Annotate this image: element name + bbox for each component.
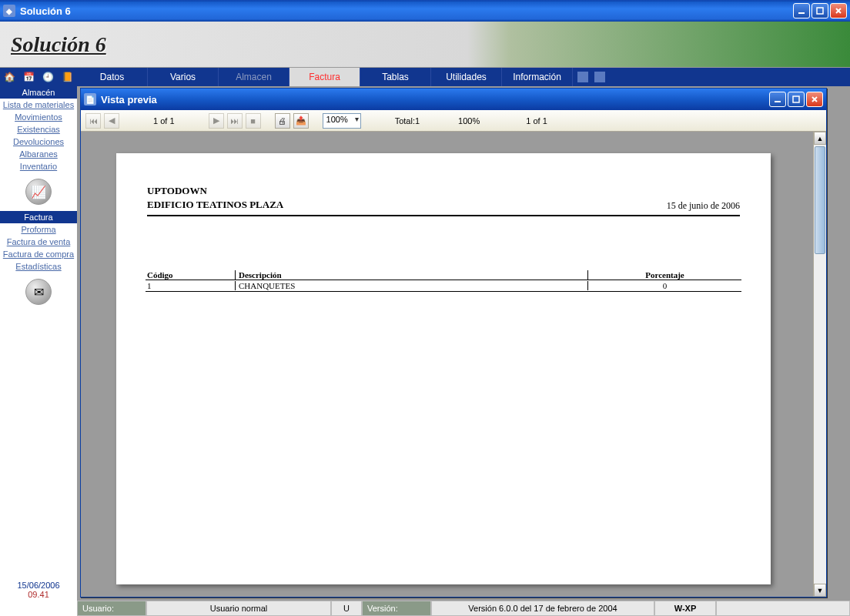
nav-tray-icons bbox=[573, 68, 610, 86]
svg-rect-0 bbox=[798, 12, 805, 14]
col-header-porcentaje: Porcentaje bbox=[587, 270, 741, 280]
table-row: 1 CHANQUETES 0 bbox=[146, 280, 741, 292]
tray-icon-2[interactable] bbox=[594, 72, 605, 82]
first-page-button[interactable]: ⏮ bbox=[85, 113, 101, 129]
sidebar-head-factura: Factura bbox=[0, 211, 77, 223]
app-title: Solución 6 bbox=[20, 5, 791, 17]
prev-page-button[interactable]: ◀ bbox=[104, 113, 119, 129]
sidebar-link-movimientos[interactable]: Movimientos bbox=[0, 111, 77, 123]
scroll-up-button[interactable]: ▲ bbox=[814, 132, 826, 145]
preview-window-icon: 📄 bbox=[84, 93, 96, 105]
svg-rect-2 bbox=[775, 101, 781, 102]
scroll-thumb[interactable] bbox=[815, 146, 825, 254]
stop-button[interactable]: ■ bbox=[246, 113, 261, 129]
calendar-icon[interactable]: 📅 bbox=[23, 71, 35, 83]
app-icon: ◆ bbox=[3, 5, 15, 17]
sidebar-link-factura-venta[interactable]: Factura de venta bbox=[0, 236, 77, 248]
status-os: W-XP bbox=[654, 601, 716, 616]
print-button[interactable]: 🖨 bbox=[275, 113, 290, 129]
nav-utilidades[interactable]: Utilidades bbox=[431, 68, 502, 86]
cell-codigo: 1 bbox=[146, 281, 235, 290]
preview-title: Vista previa bbox=[101, 94, 768, 105]
document-page: UPTODOWN EDIFICIO TEATINOS PLAZA 15 de j… bbox=[116, 153, 771, 584]
vertical-scrollbar[interactable]: ▲ ▼ bbox=[813, 132, 826, 597]
main-menu: 🏠 📅 🕘 📙 Datos Varios Almacen Factura Tab… bbox=[0, 68, 850, 86]
tray-icon-1[interactable] bbox=[577, 72, 588, 82]
workspace: 📄 Vista previa ⏮ ◀ 1 of 1 ▶ ⏭ ■ 🖨 📤 100% bbox=[77, 86, 850, 601]
preview-minimize-button[interactable] bbox=[769, 92, 786, 107]
chart-icon[interactable]: 📈 bbox=[25, 179, 52, 205]
app-banner: Solución 6 bbox=[0, 22, 850, 68]
status-version-value: Versión 6.0.0 del 17 de febrero de 2004 bbox=[431, 601, 654, 616]
maximize-button[interactable] bbox=[812, 3, 828, 18]
last-page-button[interactable]: ⏭ bbox=[227, 113, 243, 129]
cell-descripcion: CHANQUETES bbox=[235, 281, 587, 290]
doc-table: Código Descripción Porcentaje 1 CHANQUET… bbox=[146, 270, 741, 292]
cell-porcentaje: 0 bbox=[587, 281, 741, 290]
sidebar-link-devoluciones[interactable]: Devoluciones bbox=[0, 136, 77, 148]
preview-close-button[interactable] bbox=[806, 92, 823, 107]
clock-icon[interactable]: 🕘 bbox=[42, 71, 55, 83]
preview-titlebar: 📄 Vista previa bbox=[81, 89, 826, 110]
page-area: UPTODOWN EDIFICIO TEATINOS PLAZA 15 de j… bbox=[81, 132, 826, 597]
sidebar-head-almacen: Almacén bbox=[0, 86, 77, 99]
status-usuario-value: Usuario normal bbox=[146, 601, 331, 616]
export-button[interactable]: 📤 bbox=[293, 113, 309, 129]
nav-informacion[interactable]: Información bbox=[502, 68, 573, 86]
home-icon[interactable]: 🏠 bbox=[4, 71, 16, 83]
preview-toolbar: ⏮ ◀ 1 of 1 ▶ ⏭ ■ 🖨 📤 100% Total:1 100% 1… bbox=[81, 110, 826, 132]
svg-rect-3 bbox=[793, 96, 799, 102]
sidebar-link-albaranes[interactable]: Albaranes bbox=[0, 148, 77, 160]
status-version-label: Versión: bbox=[362, 601, 431, 616]
close-button[interactable] bbox=[830, 3, 847, 18]
next-page-button[interactable]: ▶ bbox=[209, 113, 224, 129]
sidebar-link-estadisticas[interactable]: Estadísticas bbox=[0, 260, 77, 273]
col-header-codigo: Código bbox=[146, 270, 235, 280]
page-of-label: 1 of 1 bbox=[521, 116, 552, 126]
preview-maximize-button[interactable] bbox=[788, 92, 805, 107]
scroll-down-button[interactable]: ▼ bbox=[814, 584, 826, 597]
sidebar-link-lista-materiales[interactable]: Lista de materiales bbox=[0, 99, 77, 111]
status-spacer bbox=[716, 601, 850, 616]
sidebar-link-proforma[interactable]: Proforma bbox=[0, 223, 77, 236]
status-bar: Usuario: Usuario normal U Versión: Versi… bbox=[0, 601, 850, 616]
svg-rect-1 bbox=[817, 8, 823, 14]
nav-datos[interactable]: Datos bbox=[77, 68, 148, 86]
nav-almacen[interactable]: Almacen bbox=[219, 68, 289, 86]
nav-tablas[interactable]: Tablas bbox=[360, 68, 431, 86]
zoom-percent-label: 100% bbox=[453, 116, 484, 126]
minimize-button[interactable] bbox=[793, 3, 810, 18]
status-usuario-label: Usuario: bbox=[77, 601, 146, 616]
col-header-descripcion: Descripción bbox=[235, 270, 587, 280]
nav-varios[interactable]: Varios bbox=[148, 68, 219, 86]
total-label: Total:1 bbox=[390, 116, 424, 126]
nav-icon-group: 🏠 📅 🕘 📙 bbox=[0, 68, 77, 86]
scroll-track[interactable] bbox=[814, 145, 826, 584]
sidebar-link-inventario[interactable]: Inventario bbox=[0, 160, 77, 172]
nav-factura[interactable]: Factura bbox=[289, 68, 360, 86]
app-titlebar: ◆ Solución 6 bbox=[0, 0, 850, 22]
doc-company-line1: UPTODOWN bbox=[147, 184, 283, 198]
sidebar: Almacén Lista de materiales Movimientos … bbox=[0, 86, 77, 601]
banner-title: Solución 6 bbox=[11, 32, 106, 57]
page-counter-label: 1 of 1 bbox=[149, 116, 179, 126]
mail-icon[interactable]: ✉ bbox=[25, 279, 52, 305]
sidebar-date: 15/06/2006 bbox=[17, 581, 59, 590]
sidebar-time: 09.41 bbox=[28, 590, 49, 599]
sidebar-link-existencias[interactable]: Existencias bbox=[0, 123, 77, 136]
doc-date: 15 de junio de 2006 bbox=[667, 200, 740, 212]
preview-window: 📄 Vista previa ⏮ ◀ 1 of 1 ▶ ⏭ ■ 🖨 📤 100% bbox=[80, 88, 827, 598]
doc-company-line2: EDIFICIO TEATINOS PLAZA bbox=[147, 198, 283, 212]
zoom-select[interactable]: 100% bbox=[323, 113, 361, 129]
sidebar-link-factura-compra[interactable]: Factura de compra bbox=[0, 248, 77, 260]
book-icon[interactable]: 📙 bbox=[62, 71, 74, 83]
status-u: U bbox=[331, 601, 362, 616]
